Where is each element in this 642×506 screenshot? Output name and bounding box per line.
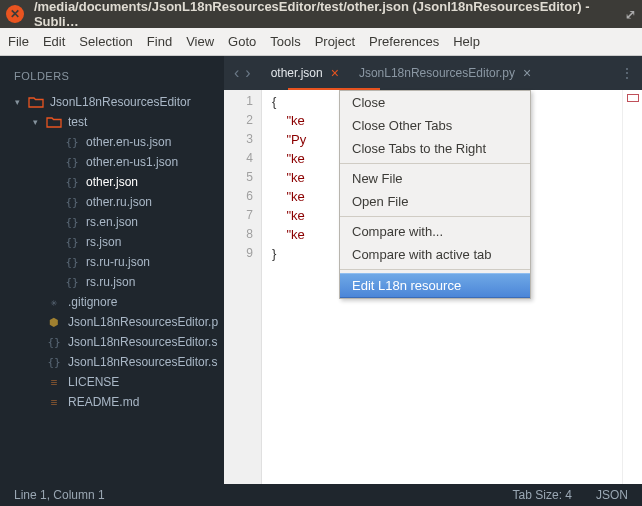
file-item[interactable]: {}other.en-us.json xyxy=(0,132,224,152)
file-icon: ≡ xyxy=(46,396,62,409)
tab-label: other.json xyxy=(271,66,323,80)
menu-separator xyxy=(340,216,530,217)
line-number: 5 xyxy=(224,168,253,187)
status-cursor-pos[interactable]: Line 1, Column 1 xyxy=(14,488,105,502)
file-icon: {} xyxy=(64,176,80,189)
file-label: rs.ru.json xyxy=(86,275,135,289)
file-item[interactable]: {}rs.ru.json xyxy=(0,272,224,292)
folder-label: test xyxy=(68,115,87,129)
file-item[interactable]: ≡README.md xyxy=(0,392,224,412)
file-label: LICENSE xyxy=(68,375,119,389)
context-menu-item[interactable]: Compare with... xyxy=(340,220,530,243)
window-titlebar: ✕ /media/documents/JsonL18nResourcesEdit… xyxy=(0,0,642,28)
file-icon: {} xyxy=(64,156,80,169)
file-label: README.md xyxy=(68,395,139,409)
tab-label: JsonL18nResourcesEditor.py xyxy=(359,66,515,80)
menu-help[interactable]: Help xyxy=(453,34,480,49)
file-item[interactable]: ✳.gitignore xyxy=(0,292,224,312)
context-menu-item[interactable]: Compare with active tab xyxy=(340,243,530,266)
file-item[interactable]: ⬢JsonL18nResourcesEditor.p xyxy=(0,312,224,332)
window-close-button[interactable]: ✕ xyxy=(6,5,24,23)
file-icon: ✳ xyxy=(46,296,62,309)
menu-selection[interactable]: Selection xyxy=(79,34,132,49)
file-label: other.en-us.json xyxy=(86,135,171,149)
folder-icon xyxy=(28,95,44,109)
file-label: JsonL18nResourcesEditor.p xyxy=(68,315,218,329)
status-syntax[interactable]: JSON xyxy=(596,488,628,502)
menu-edit[interactable]: Edit xyxy=(43,34,65,49)
file-icon: ≡ xyxy=(46,376,62,389)
file-item[interactable]: {}rs.ru-ru.json xyxy=(0,252,224,272)
chevron-down-icon: ▾ xyxy=(12,97,22,107)
menu-tools[interactable]: Tools xyxy=(270,34,300,49)
menu-view[interactable]: View xyxy=(186,34,214,49)
folder-root[interactable]: ▾ JsonL18nResourcesEditor xyxy=(0,92,224,112)
menu-find[interactable]: Find xyxy=(147,34,172,49)
statusbar: Line 1, Column 1 Tab Size: 4 JSON xyxy=(0,484,642,506)
minimap-viewport xyxy=(627,94,639,102)
menu-file[interactable]: File xyxy=(8,34,29,49)
context-menu-item[interactable]: New File xyxy=(340,167,530,190)
file-icon: {} xyxy=(46,336,62,349)
tab-inactive[interactable]: JsonL18nResourcesEditor.py × xyxy=(349,58,541,88)
context-menu-item[interactable]: Open File xyxy=(340,190,530,213)
file-item[interactable]: {}JsonL18nResourcesEditor.s xyxy=(0,352,224,372)
file-icon: ⬢ xyxy=(46,316,62,329)
file-label: other.json xyxy=(86,175,138,189)
menu-separator xyxy=(340,269,530,270)
file-icon: {} xyxy=(46,356,62,369)
sidebar-header: FOLDERS xyxy=(0,66,224,92)
tab-context-menu: CloseClose Other TabsClose Tabs to the R… xyxy=(339,90,531,299)
file-icon: {} xyxy=(64,196,80,209)
menu-preferences[interactable]: Preferences xyxy=(369,34,439,49)
tab-close-icon[interactable]: × xyxy=(331,65,339,81)
folder-icon xyxy=(46,115,62,129)
window-title: /media/documents/JsonL18nResourcesEditor… xyxy=(34,0,636,29)
file-icon: {} xyxy=(64,216,80,229)
line-number: 8 xyxy=(224,225,253,244)
sidebar: FOLDERS ▾ JsonL18nResourcesEditor ▾ test… xyxy=(0,56,224,484)
file-item[interactable]: {}JsonL18nResourcesEditor.s xyxy=(0,332,224,352)
tab-close-icon[interactable]: × xyxy=(523,65,531,81)
file-label: other.ru.json xyxy=(86,195,152,209)
context-menu-item[interactable]: Close xyxy=(340,91,530,114)
file-icon: {} xyxy=(64,256,80,269)
file-item[interactable]: {}other.ru.json xyxy=(0,192,224,212)
line-number: 3 xyxy=(224,130,253,149)
file-label: JsonL18nResourcesEditor.s xyxy=(68,355,217,369)
tabbar: ‹ › other.json × JsonL18nResourcesEditor… xyxy=(224,56,642,90)
tab-nav-forward-icon[interactable]: › xyxy=(245,64,250,82)
status-tabsize[interactable]: Tab Size: 4 xyxy=(513,488,572,502)
line-number: 4 xyxy=(224,149,253,168)
chevron-down-icon: ▾ xyxy=(30,117,40,127)
file-icon: {} xyxy=(64,276,80,289)
file-label: rs.en.json xyxy=(86,215,138,229)
line-gutter: 123456789 xyxy=(224,90,262,484)
file-item[interactable]: {}rs.en.json xyxy=(0,212,224,232)
file-label: other.en-us1.json xyxy=(86,155,178,169)
file-item[interactable]: {}other.en-us1.json xyxy=(0,152,224,172)
context-menu-item[interactable]: Close Tabs to the Right xyxy=(340,137,530,160)
file-item[interactable]: ≡LICENSE xyxy=(0,372,224,392)
file-label: rs.ru-ru.json xyxy=(86,255,150,269)
menu-project[interactable]: Project xyxy=(315,34,355,49)
context-menu-item[interactable]: Edit L18n resource xyxy=(340,273,530,298)
line-number: 6 xyxy=(224,187,253,206)
file-item[interactable]: {}other.json xyxy=(0,172,224,192)
tab-active[interactable]: other.json × xyxy=(261,58,349,88)
minimap[interactable] xyxy=(622,90,642,484)
tab-nav-back-icon[interactable]: ‹ xyxy=(234,64,239,82)
file-item[interactable]: {}rs.json xyxy=(0,232,224,252)
menu-separator xyxy=(340,163,530,164)
line-number: 9 xyxy=(224,244,253,263)
folder-test[interactable]: ▾ test xyxy=(0,112,224,132)
line-number: 2 xyxy=(224,111,253,130)
context-menu-item[interactable]: Close Other Tabs xyxy=(340,114,530,137)
file-label: .gitignore xyxy=(68,295,117,309)
menu-goto[interactable]: Goto xyxy=(228,34,256,49)
line-number: 1 xyxy=(224,92,253,111)
file-icon: {} xyxy=(64,236,80,249)
window-maximize-icon[interactable]: ⤢ xyxy=(625,7,636,22)
tab-overflow-icon[interactable]: ⋮ xyxy=(620,65,632,81)
menubar: File Edit Selection Find View Goto Tools… xyxy=(0,28,642,56)
